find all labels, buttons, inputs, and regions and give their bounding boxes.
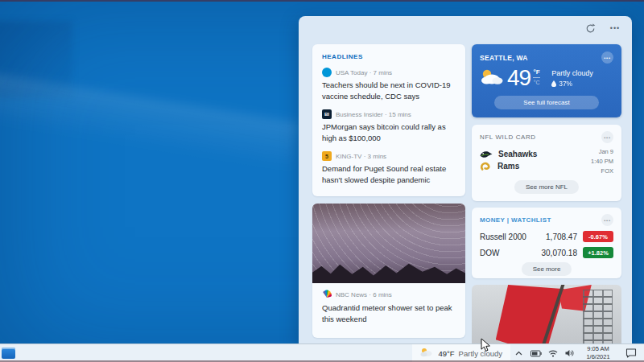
scaffold-structure xyxy=(583,290,613,343)
volume-icon[interactable] xyxy=(561,344,578,362)
news-headline[interactable]: JPMorgan says bitcoin could rally as hig… xyxy=(322,121,456,144)
news-item[interactable]: USA Today · 7 mins Teachers should be ne… xyxy=(322,68,456,102)
news-item[interactable]: 5 KING-TV · 3 mins Demand for Puget Soun… xyxy=(322,151,456,186)
weather-precipitation-row: 37% xyxy=(551,80,593,88)
taskbar-weather-temp: 49°F xyxy=(438,349,454,358)
wallpaper-light-beam xyxy=(0,68,299,171)
news-source-row: BI Business Insider · 15 mins xyxy=(322,109,456,119)
photo-story-card[interactable]: NBC News · 6 mins Quadrantid meteor show… xyxy=(312,204,465,338)
taskbar-tray: 49°F Partly cloudy 9:05 AM 1/6/2021 xyxy=(412,344,644,362)
stock-name: DOW xyxy=(480,249,542,257)
see-more-money-button[interactable]: See more xyxy=(522,262,572,276)
action-center-icon[interactable] xyxy=(618,344,644,362)
precipitation-value: 37% xyxy=(559,80,572,88)
left-column: HEADLINES USA Today · 7 mins Teachers sh… xyxy=(312,44,465,343)
weather-temperature: 49 xyxy=(507,67,530,89)
weather-more-options-icon[interactable]: ••• xyxy=(601,51,613,64)
weather-card-header: SEATTLE, WA ••• xyxy=(480,51,613,64)
mouse-cursor xyxy=(481,338,491,356)
rams-logo-icon xyxy=(480,161,492,171)
stock-row[interactable]: DOW 30,070.18 +1.82% xyxy=(480,247,613,258)
nfl-card-title: NFL WILD CARD xyxy=(480,134,536,141)
news-source-meta: KING-TV · 3 mins xyxy=(336,153,386,160)
unit-fahrenheit[interactable]: °F xyxy=(534,68,540,76)
nfl-card-header: NFL WILD CARD ••• xyxy=(480,131,613,143)
nfl-more-options-icon[interactable]: ••• xyxy=(601,131,613,143)
game-network: FOX xyxy=(591,167,613,176)
business-insider-logo-icon: BI xyxy=(322,109,332,119)
nfl-matchup: Seahawks Rams Jan 9 1:40 PM xyxy=(480,147,613,176)
weather-unit-toggle[interactable]: °F °C xyxy=(533,68,540,85)
network-wifi-icon[interactable] xyxy=(544,344,561,362)
news-source-row: 5 KING-TV · 3 mins xyxy=(322,151,456,161)
weather-location: SEATTLE, WA xyxy=(480,54,528,62)
team-row[interactable]: Seahawks xyxy=(480,150,537,158)
unit-divider xyxy=(533,77,540,78)
taskbar-app-icon[interactable] xyxy=(2,348,15,359)
screen: ••• HEADLINES USA Today · 7 mins Teacher… xyxy=(0,0,644,362)
stock-name: Russell 2000 xyxy=(480,232,546,241)
taskbar: 49°F Partly cloudy 9:05 AM 1/6/2021 xyxy=(0,343,644,362)
news-photo-card[interactable] xyxy=(472,285,621,343)
taskbar-weather-icon xyxy=(420,346,434,360)
team-name: Rams xyxy=(497,162,519,171)
clock-time: 9:05 AM xyxy=(578,345,618,353)
show-hidden-icons-chevron[interactable] xyxy=(510,344,527,362)
stock-value: 1,708.47 xyxy=(546,232,577,241)
team-row[interactable]: Rams xyxy=(480,161,537,171)
money-card-header: MONEY | WATCHLIST ••• xyxy=(480,214,613,226)
news-source-meta: NBC News · 6 mins xyxy=(336,291,392,298)
news-headline[interactable]: Demand for Puget Sound real estate hasn'… xyxy=(322,163,456,186)
headlines-card: HEADLINES USA Today · 7 mins Teachers sh… xyxy=(312,44,465,196)
see-more-nfl-button[interactable]: See more NFL xyxy=(514,180,579,194)
stock-change-badge: -0.67% xyxy=(583,231,613,242)
headlines-title: HEADLINES xyxy=(322,53,456,60)
news-source-row: USA Today · 7 mins xyxy=(322,68,456,77)
news-headline[interactable]: Teachers should be next in COVID-19 vacc… xyxy=(322,80,456,102)
money-more-options-icon[interactable]: ••• xyxy=(601,214,613,226)
weather-condition: Partly cloudy xyxy=(551,69,593,77)
video-edge xyxy=(0,0,644,2)
stock-value: 30,070.18 xyxy=(542,249,578,257)
taskbar-weather-widget[interactable]: 49°F Partly cloudy xyxy=(412,344,510,362)
news-source-row: NBC News · 6 mins xyxy=(322,290,456,300)
king-tv-logo-icon: 5 xyxy=(322,151,332,161)
news-and-interests-panel: ••• HEADLINES USA Today · 7 mins Teacher… xyxy=(299,16,632,343)
see-full-forecast-button[interactable]: See full forecast xyxy=(494,96,598,109)
stock-change-badge: +1.82% xyxy=(583,247,613,258)
news-source-meta: USA Today · 7 mins xyxy=(336,69,392,76)
meteor-shower-photo xyxy=(312,204,465,283)
news-headline[interactable]: Quadrantid meteor shower set to peak thi… xyxy=(322,302,456,325)
game-date: Jan 9 xyxy=(591,147,613,157)
seahawks-logo-icon xyxy=(480,150,493,158)
treeline-silhouette xyxy=(312,259,465,283)
partly-cloudy-icon xyxy=(480,68,504,88)
team-name: Seahawks xyxy=(498,150,537,158)
usa-today-logo-icon xyxy=(322,68,332,77)
battery-icon[interactable] xyxy=(527,344,544,362)
droplet-icon xyxy=(551,80,556,87)
taskbar-clock[interactable]: 9:05 AM 1/6/2021 xyxy=(578,345,618,361)
nfl-teams: Seahawks Rams xyxy=(480,147,537,176)
news-item[interactable]: BI Business Insider · 15 mins JPMorgan s… xyxy=(322,109,456,144)
money-card-title: MONEY | WATCHLIST xyxy=(480,216,551,224)
right-column: SEATTLE, WA ••• 49 xyxy=(472,44,621,343)
game-time: 1:40 PM xyxy=(591,157,613,167)
stock-row[interactable]: Russell 2000 1,708.47 -0.67% xyxy=(480,231,613,242)
unit-celsius[interactable]: °C xyxy=(534,80,540,85)
weather-main-row: 49 °F °C Partly cloudy 37% xyxy=(480,67,613,89)
panel-toolbar: ••• xyxy=(584,22,621,35)
nfl-card[interactable]: NFL WILD CARD ••• Seahawks xyxy=(472,125,621,201)
panel-body: HEADLINES USA Today · 7 mins Teachers sh… xyxy=(299,16,632,343)
photo-story-body: NBC News · 6 mins Quadrantid meteor show… xyxy=(312,283,465,325)
weather-card[interactable]: SEATTLE, WA ••• 49 xyxy=(472,44,621,117)
nbc-news-logo-icon xyxy=(322,290,332,300)
news-source-meta: Business Insider · 15 mins xyxy=(336,111,411,118)
refresh-icon[interactable] xyxy=(584,22,597,35)
panel-more-options-icon[interactable]: ••• xyxy=(609,22,621,35)
weather-condition-block: Partly cloudy 37% xyxy=(551,69,593,88)
nfl-schedule: Jan 9 1:40 PM FOX xyxy=(591,147,613,176)
money-watchlist-card[interactable]: MONEY | WATCHLIST ••• Russell 2000 1,708… xyxy=(472,208,621,278)
